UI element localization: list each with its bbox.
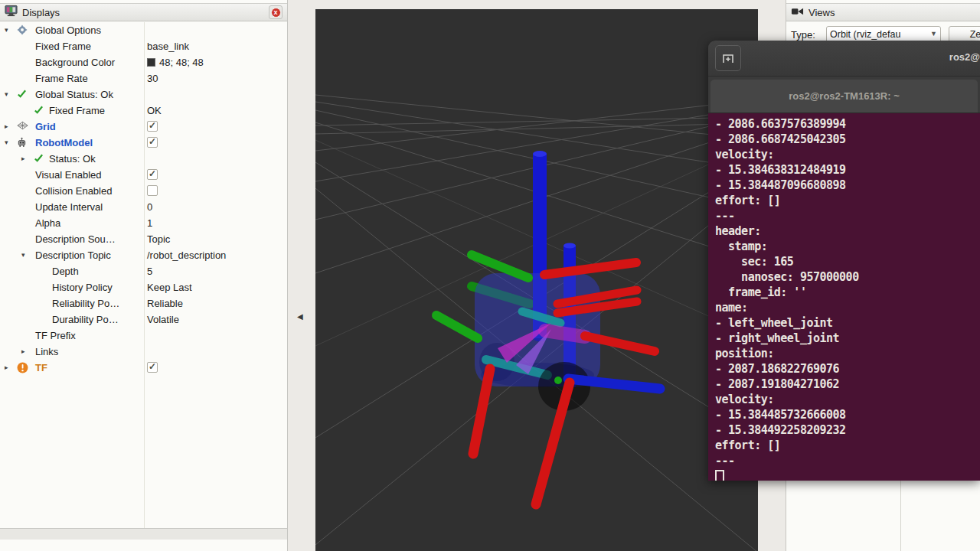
splitter-collapse-arrow-icon[interactable]: ◀ (297, 312, 303, 321)
gear-icon (17, 24, 29, 37)
displays-panel-icon (5, 5, 18, 20)
terminal-cursor (715, 470, 724, 481)
tree-row[interactable]: Background Color48; 48; 48 (0, 54, 287, 70)
tree-row-label: Grid (35, 121, 56, 132)
tree-row-value[interactable]: 30 (147, 73, 158, 84)
terminal-output[interactable]: - 2086.6637576389994- 2086.6687425042305… (708, 113, 980, 481)
tree-expand-arrow-icon[interactable]: ▾ (5, 26, 8, 34)
tree-row[interactable]: History PolicyKeep Last (0, 279, 287, 295)
tree-expand-arrow-icon[interactable]: ▾ (5, 90, 8, 98)
tree-row-label: Global Options (35, 24, 101, 36)
tree-row[interactable]: Fixed FrameOK (0, 103, 287, 119)
new-tab-icon (720, 51, 736, 65)
tree-row[interactable]: ▸Status: Ok (0, 151, 287, 167)
terminal-line: frame_id: '' (715, 285, 980, 300)
check-icon (34, 105, 46, 117)
tree-expand-arrow-icon[interactable]: ▸ (21, 347, 25, 355)
check-icon (34, 153, 46, 165)
displays-panel: Displays x ▾Global OptionsFixed Framebas… (0, 0, 288, 551)
tree-row-label: TF (35, 362, 47, 373)
new-tab-button[interactable] (715, 45, 741, 71)
tree-row[interactable]: Fixed Framebase_link (0, 38, 287, 54)
tree-row[interactable]: TF Prefix (0, 328, 287, 344)
tree-row[interactable]: ▾Description Topic/robot_description (0, 247, 287, 263)
terminal-line: position: (715, 346, 980, 361)
views-panel-header: Views (786, 3, 980, 21)
tree-row[interactable]: Reliability Po…Reliable (0, 295, 287, 311)
tree-row[interactable]: Visual Enabled (0, 167, 287, 183)
terminal-tab[interactable]: ros2@ros2-TM1613R: ~ (710, 80, 978, 112)
tree-row-label: Depth (52, 266, 79, 277)
displays-tree: ▾Global OptionsFixed Framebase_linkBackg… (0, 22, 287, 540)
tree-row[interactable]: Alpha1 (0, 215, 287, 231)
check-icon (17, 89, 29, 101)
checkbox[interactable] (147, 137, 158, 148)
tree-row[interactable]: Frame Rate30 (0, 70, 287, 86)
terminal-line: velocity: (715, 147, 980, 162)
checkbox[interactable] (147, 121, 158, 132)
terminal-line: effort: [] (715, 193, 980, 208)
tree-row[interactable]: ▸TF (0, 360, 287, 376)
tree-row[interactable]: Description Sou…Topic (0, 231, 287, 247)
terminal-line: name: (715, 300, 980, 315)
tree-row-value[interactable]: 48; 48; 48 (147, 57, 204, 68)
tree-row[interactable]: ▸Grid (0, 119, 287, 135)
tree-row-label: Collision Enabled (35, 185, 112, 197)
tree-expand-arrow-icon[interactable]: ▸ (5, 364, 8, 371)
3d-viewport-canvas[interactable] (315, 9, 758, 551)
terminal-window[interactable]: ros2@ ros2@ros2-TM1613R: ~ - 2086.663757… (708, 41, 980, 481)
terminal-line: - left_wheel_joint (715, 315, 980, 331)
tree-row-value[interactable]: Reliable (147, 298, 183, 309)
tree-row[interactable]: ▾Global Status: Ok (0, 86, 287, 103)
tree-row[interactable]: ▾Global Options (0, 22, 287, 38)
tree-row-label: Visual Enabled (35, 169, 102, 181)
tree-row-label: Fixed Frame (49, 105, 105, 116)
tree-row-value[interactable]: 5 (147, 266, 152, 277)
tree-row[interactable]: Update Interval0 (0, 199, 287, 215)
tree-expand-arrow-icon[interactable]: ▸ (21, 155, 25, 162)
displays-panel-title: Displays (22, 7, 269, 18)
tree-row-value[interactable]: Topic (147, 233, 170, 245)
terminal-titlebar[interactable]: ros2@ (708, 41, 980, 77)
tree-row-value[interactable]: Volatile (147, 314, 179, 325)
tree-row-label: Links (35, 346, 58, 357)
views-panel-icon (791, 5, 804, 19)
tree-row[interactable]: Durability Po…Volatile (0, 311, 287, 328)
tree-bottom-strip (0, 528, 287, 540)
terminal-line: - 15.384492258209232 (715, 422, 980, 438)
views-panel-title: Views (808, 7, 835, 18)
checkbox[interactable] (147, 362, 158, 373)
tree-row[interactable]: Collision Enabled (0, 183, 287, 199)
displays-close-button[interactable]: x (269, 5, 283, 19)
tree-row-label: TF Prefix (35, 330, 76, 341)
terminal-line: - 2086.6637576389994 (715, 116, 980, 132)
tree-expand-arrow-icon[interactable]: ▸ (5, 122, 8, 130)
checkbox[interactable] (147, 169, 158, 180)
tree-row-label: Description Sou… (35, 233, 116, 245)
tree-row-value[interactable]: base_link (147, 41, 189, 52)
checkbox[interactable] (147, 185, 158, 196)
tree-row-value[interactable]: /robot_description (147, 249, 226, 261)
tree-row-value[interactable]: 0 (147, 201, 152, 213)
tree-expand-arrow-icon[interactable]: ▾ (21, 251, 25, 259)
tree-row[interactable]: ▸Links (0, 344, 287, 360)
terminal-tab-title: ros2@ros2-TM1613R: ~ (789, 90, 900, 102)
tree-expand-arrow-icon[interactable]: ▾ (5, 139, 8, 146)
tree-row[interactable]: ▾RobotModel (0, 135, 287, 151)
tree-row-value[interactable]: 1 (147, 217, 152, 229)
robot-icon (17, 137, 29, 149)
tree-row-value[interactable]: OK (147, 105, 162, 116)
terminal-line: stamp: (715, 239, 980, 254)
tree-row-label: Fixed Frame (35, 41, 91, 52)
tree-row-label: RobotModel (35, 137, 93, 148)
3d-viewport[interactable] (315, 9, 758, 551)
tree-row[interactable]: Depth5 (0, 263, 287, 279)
panel-splitter[interactable]: ◀ (289, 0, 315, 551)
terminal-line: - right_wheel_joint (715, 331, 980, 346)
terminal-line: effort: [] (715, 438, 980, 453)
terminal-line: - 2086.6687425042305 (715, 132, 980, 147)
terminal-line: - 2087.186822769076 (715, 361, 980, 377)
tree-row-value[interactable]: Keep Last (147, 282, 192, 293)
tree-row-label: Reliability Po… (52, 298, 119, 309)
terminal-line: - 15.384485732666008 (715, 407, 980, 422)
